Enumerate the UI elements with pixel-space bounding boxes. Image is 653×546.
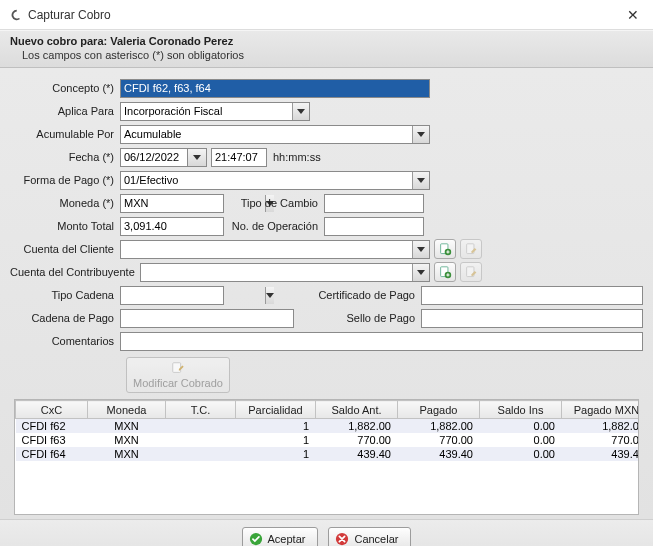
page-edit-icon bbox=[465, 266, 478, 279]
cell: CFDI f62 bbox=[16, 419, 88, 434]
cta-cliente-dropdown-icon[interactable] bbox=[412, 241, 429, 258]
cadena-pago-input[interactable] bbox=[120, 309, 294, 328]
col-pagado[interactable]: Pagado bbox=[398, 401, 480, 419]
label-cadena-pago: Cadena de Pago bbox=[10, 312, 120, 324]
cta-contrib-value[interactable] bbox=[141, 264, 412, 281]
titlebar: Capturar Cobro ✕ bbox=[0, 0, 653, 30]
svg-rect-6 bbox=[173, 363, 181, 373]
col-parcialidad[interactable]: Parcialidad bbox=[236, 401, 316, 419]
label-fecha: Fecha (*) bbox=[10, 151, 120, 163]
app-logo-icon bbox=[8, 8, 22, 22]
label-hhmmss: hh:mm:ss bbox=[267, 151, 327, 163]
col-saldo-ins[interactable]: Saldo Ins bbox=[480, 401, 562, 419]
form-area: Concepto (*) Aplica Para Acumulable Por … bbox=[0, 68, 653, 519]
cell: 1,882.00 bbox=[562, 419, 640, 434]
header-strip: Nuevo cobro para: Valeria Coronado Perez… bbox=[0, 30, 653, 68]
cell: CFDI f64 bbox=[16, 447, 88, 461]
cta-contrib-add-button[interactable] bbox=[434, 262, 456, 282]
cell: 1 bbox=[236, 447, 316, 461]
aceptar-label: Aceptar bbox=[268, 533, 306, 545]
acumulable-value[interactable] bbox=[121, 126, 412, 143]
label-comentarios: Comentarios bbox=[10, 335, 120, 347]
acumulable-dropdown-icon[interactable] bbox=[412, 126, 429, 143]
moneda-combo[interactable] bbox=[120, 194, 224, 213]
header-line1: Nuevo cobro para: Valeria Coronado Perez bbox=[10, 35, 643, 47]
cta-contrib-combo[interactable] bbox=[140, 263, 430, 282]
table-row[interactable]: CFDI f64 MXN 1 439.40 439.40 0.00 439.40 bbox=[16, 447, 640, 461]
fecha-picker[interactable] bbox=[188, 148, 207, 167]
tipo-cadena-dropdown-icon[interactable] bbox=[265, 287, 274, 304]
aplica-value[interactable] bbox=[121, 103, 292, 120]
forma-dropdown-icon[interactable] bbox=[412, 172, 429, 189]
page-plus-icon bbox=[439, 243, 452, 256]
cell: 1,882.00 bbox=[398, 419, 480, 434]
col-saldo-ant[interactable]: Saldo Ant. bbox=[316, 401, 398, 419]
label-forma: Forma de Pago (*) bbox=[10, 174, 120, 186]
cell: 770.00 bbox=[316, 433, 398, 447]
label-sello-pago: Sello de Pago bbox=[341, 312, 422, 324]
page-edit-icon bbox=[465, 243, 478, 256]
tipo-cadena-combo[interactable] bbox=[120, 286, 224, 305]
table-row[interactable]: CFDI f62 MXN 1 1,882.00 1,882.00 0.00 1,… bbox=[16, 419, 640, 434]
aplica-combo[interactable] bbox=[120, 102, 310, 121]
label-monto: Monto Total bbox=[10, 220, 120, 232]
sello-pago-input[interactable] bbox=[421, 309, 643, 328]
cert-pago-input[interactable] bbox=[421, 286, 643, 305]
table-row[interactable]: CFDI f63 MXN 1 770.00 770.00 0.00 770.00 bbox=[16, 433, 640, 447]
cell: MXN bbox=[88, 419, 166, 434]
acumulable-combo[interactable] bbox=[120, 125, 430, 144]
tipo-cambio-input[interactable] bbox=[324, 194, 424, 213]
monto-input[interactable] bbox=[120, 217, 224, 236]
header-line2: Los campos con asterisco (*) son obligat… bbox=[22, 49, 643, 61]
label-moneda: Moneda (*) bbox=[10, 197, 120, 209]
aplica-dropdown-icon[interactable] bbox=[292, 103, 309, 120]
cta-contrib-edit-button bbox=[460, 262, 482, 282]
cta-cliente-value[interactable] bbox=[121, 241, 412, 258]
cancelar-label: Cancelar bbox=[354, 533, 398, 545]
label-no-oper: No. de Operación bbox=[224, 220, 324, 232]
cta-contrib-dropdown-icon[interactable] bbox=[412, 264, 429, 281]
cell: 770.00 bbox=[562, 433, 640, 447]
col-moneda[interactable]: Moneda bbox=[88, 401, 166, 419]
label-acumulable: Acumulable Por bbox=[10, 128, 120, 140]
tipo-cadena-value[interactable] bbox=[121, 287, 265, 304]
aceptar-button[interactable]: Aceptar bbox=[242, 527, 319, 547]
cell: 0.00 bbox=[480, 419, 562, 434]
cell: 1,882.00 bbox=[316, 419, 398, 434]
cancelar-button[interactable]: Cancelar bbox=[328, 527, 411, 547]
forma-combo[interactable] bbox=[120, 171, 430, 190]
cta-cliente-add-button[interactable] bbox=[434, 239, 456, 259]
calendar-dropdown-icon[interactable] bbox=[188, 149, 206, 166]
check-circle-icon bbox=[249, 532, 263, 546]
col-pagado-mxn[interactable]: Pagado MXN bbox=[562, 401, 640, 419]
label-concepto: Concepto (*) bbox=[10, 82, 120, 94]
cell: MXN bbox=[88, 433, 166, 447]
cell: CFDI f63 bbox=[16, 433, 88, 447]
concepto-input[interactable] bbox=[120, 79, 430, 98]
cell: 770.00 bbox=[398, 433, 480, 447]
grid-header-row: CxC Moneda T.C. Parcialidad Saldo Ant. P… bbox=[16, 401, 640, 419]
grid[interactable]: CxC Moneda T.C. Parcialidad Saldo Ant. P… bbox=[14, 399, 639, 515]
page-plus-icon bbox=[439, 266, 452, 279]
col-tc[interactable]: T.C. bbox=[166, 401, 236, 419]
label-aplica: Aplica Para bbox=[10, 105, 120, 117]
cell: 0.00 bbox=[480, 447, 562, 461]
label-tipo-cadena: Tipo Cadena bbox=[10, 289, 120, 301]
col-cxc[interactable]: CxC bbox=[16, 401, 88, 419]
cell: 1 bbox=[236, 433, 316, 447]
cta-cliente-combo[interactable] bbox=[120, 240, 430, 259]
cell: MXN bbox=[88, 447, 166, 461]
footer: Aceptar Cancelar bbox=[0, 519, 653, 546]
header-prefix: Nuevo cobro para: bbox=[10, 35, 110, 47]
cell: 439.40 bbox=[316, 447, 398, 461]
hora-input[interactable] bbox=[211, 148, 267, 167]
forma-value[interactable] bbox=[121, 172, 412, 189]
edit-note-icon bbox=[171, 361, 185, 375]
comentarios-input[interactable] bbox=[120, 332, 643, 351]
fecha-input[interactable] bbox=[120, 148, 188, 167]
no-oper-input[interactable] bbox=[324, 217, 424, 236]
close-button[interactable]: ✕ bbox=[621, 3, 645, 27]
cell bbox=[166, 447, 236, 461]
label-cta-contrib: Cuenta del Contribuyente bbox=[10, 266, 140, 278]
cta-cliente-edit-button bbox=[460, 239, 482, 259]
